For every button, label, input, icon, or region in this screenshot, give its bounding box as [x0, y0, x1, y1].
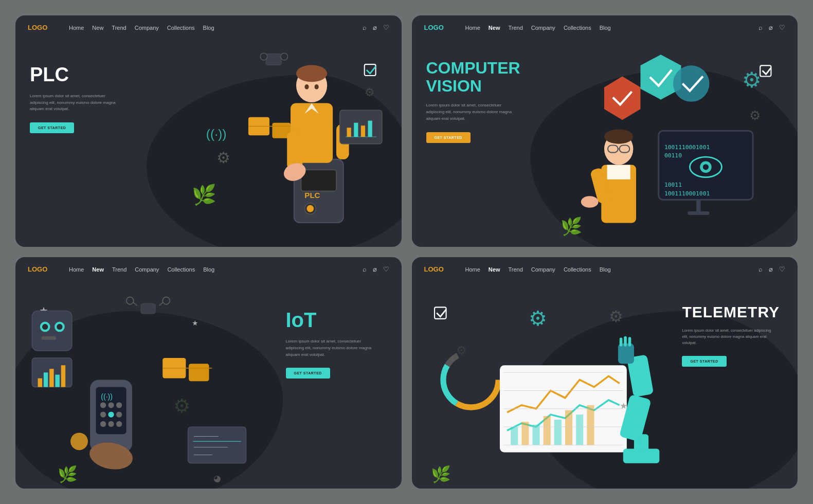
svg-rect-28 [361, 125, 365, 137]
nav-company-4[interactable]: Company [531, 266, 555, 273]
svg-point-54 [581, 196, 599, 208]
card2-desc: Lorem ipsum dolor sit amet, consectetuer… [426, 102, 516, 122]
svg-rect-115 [587, 405, 594, 445]
svg-text:⚙: ⚙ [173, 395, 190, 417]
svg-point-1 [260, 53, 267, 60]
svg-point-41 [703, 164, 709, 170]
svg-point-13 [296, 65, 327, 82]
nav-company-3[interactable]: Company [135, 266, 159, 273]
nav-icons-3: ⌕ ⌀ ♡ [363, 265, 389, 273]
svg-point-10 [307, 205, 314, 212]
svg-point-100 [70, 433, 88, 450]
nav-new-3[interactable]: New [92, 266, 104, 273]
card3-content: IoT Lorem ipsum dolor sit amet, consecte… [15, 285, 402, 489]
user-icon-2[interactable]: ⌀ [769, 24, 773, 31]
card4-content: TELEMETRY Lorem ipsum dolor sit amet, co… [412, 285, 798, 489]
card4-desc: Lorem ipsum dolor sit amet, consectetuer… [682, 328, 772, 346]
svg-rect-66 [38, 379, 42, 387]
card-telemetry: LOGO Home New Trend Company Collections … [412, 257, 798, 489]
svg-text:00110: 00110 [664, 152, 682, 159]
svg-rect-110 [532, 425, 539, 445]
nav-collections-3[interactable]: Collections [167, 266, 195, 273]
search-icon-4[interactable]: ⌕ [758, 265, 763, 273]
heart-icon-4[interactable]: ♡ [779, 265, 785, 273]
search-icon-1[interactable]: ⌕ [363, 24, 367, 31]
nav-new-4[interactable]: New [489, 266, 500, 273]
nav-company-2[interactable]: Company [531, 25, 555, 31]
svg-rect-0 [266, 54, 281, 65]
user-icon-3[interactable]: ⌀ [373, 265, 377, 273]
card4-text: TELEMETRY Lorem ipsum dolor sit amet, co… [682, 303, 780, 367]
svg-point-76 [100, 411, 106, 417]
heart-icon-1[interactable]: ♡ [383, 24, 389, 31]
nav-trend-1[interactable]: Trend [112, 25, 126, 31]
search-icon-2[interactable]: ⌕ [758, 24, 763, 31]
svg-point-61 [42, 324, 48, 330]
card1-cta[interactable]: GET STARTED [30, 122, 74, 133]
svg-rect-126 [619, 338, 622, 347]
nav-bar-1: LOGO Home New Trend Company Collections … [15, 15, 402, 40]
nav-trend-3[interactable]: Trend [112, 266, 127, 273]
nav-blog-4[interactable]: Blog [600, 266, 611, 273]
svg-point-63 [57, 324, 62, 330]
svg-rect-69 [55, 375, 59, 387]
card2-cta[interactable]: GET STARTED [426, 132, 471, 143]
card2-text: COMPUTERVISION Lorem ipsum dolor sit ame… [426, 59, 520, 143]
card3-cta[interactable]: GET STARTED [286, 368, 330, 379]
svg-point-73 [100, 402, 106, 408]
card4-illustration: ⚙ ⚙ [412, 285, 682, 489]
nav-collections-2[interactable]: Collections [564, 25, 591, 31]
card1-title: PLC [30, 64, 120, 86]
nav-links-2: Home New Trend Company Collections Blog [465, 25, 759, 31]
svg-rect-127 [624, 336, 627, 347]
svg-text:((·)): ((·)) [206, 127, 227, 141]
nav-trend-4[interactable]: Trend [508, 266, 522, 273]
svg-text:⚙: ⚙ [742, 68, 762, 92]
nav-collections-1[interactable]: Collections [167, 25, 195, 31]
svg-text:⚙: ⚙ [217, 149, 231, 166]
svg-rect-26 [347, 128, 351, 137]
svg-point-78 [116, 411, 122, 417]
svg-rect-27 [354, 123, 358, 137]
card4-cta[interactable]: GET STARTED [682, 356, 726, 367]
nav-blog-3[interactable]: Blog [203, 266, 214, 273]
svg-text:───────────: ─────────── [193, 444, 228, 449]
search-icon-3[interactable]: ⌕ [363, 265, 367, 273]
svg-rect-8 [301, 170, 336, 191]
svg-text:◕: ◕ [213, 474, 221, 483]
nav-links-3: Home New Trend Company Collections Blog [69, 266, 363, 273]
card4-title: TELEMETRY [682, 303, 780, 320]
svg-rect-70 [61, 365, 65, 387]
card3-desc: Lorem ipsum dolor sit amet, consectetuer… [286, 338, 376, 358]
heart-icon-3[interactable]: ♡ [383, 265, 389, 273]
nav-blog-1[interactable]: Blog [203, 25, 214, 31]
svg-text:────────: ──────── [193, 434, 219, 439]
svg-rect-90 [189, 364, 209, 381]
nav-new-1[interactable]: New [92, 25, 103, 31]
nav-home-2[interactable]: Home [465, 25, 480, 31]
nav-blog-2[interactable]: Blog [600, 25, 611, 31]
svg-text:🌿: 🌿 [561, 216, 583, 237]
heart-icon-2[interactable]: ♡ [779, 24, 785, 31]
svg-rect-44 [696, 200, 700, 212]
svg-text:🌿: 🌿 [58, 465, 78, 484]
svg-rect-45 [688, 211, 709, 215]
nav-home-4[interactable]: Home [465, 266, 480, 273]
svg-text:★: ★ [619, 401, 627, 411]
nav-company-1[interactable]: Company [135, 25, 159, 31]
nav-new-2[interactable]: New [489, 25, 500, 31]
nav-links-4: Home New Trend Company Collections Blog [465, 266, 759, 273]
svg-rect-52 [607, 165, 630, 179]
svg-rect-64 [42, 336, 56, 340]
user-icon-4[interactable]: ⌀ [769, 265, 773, 273]
nav-collections-4[interactable]: Collections [564, 266, 591, 273]
card2-title: COMPUTERVISION [426, 59, 520, 95]
card1-text: PLC Lorem ipsum dolor sit amet, consecte… [30, 64, 120, 133]
user-icon-1[interactable]: ⌀ [373, 24, 377, 31]
svg-point-33 [673, 65, 710, 102]
svg-point-77 [108, 411, 114, 417]
nav-home-3[interactable]: Home [69, 266, 84, 273]
svg-point-20 [315, 84, 319, 89]
nav-trend-2[interactable]: Trend [508, 25, 522, 31]
nav-home-1[interactable]: Home [69, 25, 84, 31]
